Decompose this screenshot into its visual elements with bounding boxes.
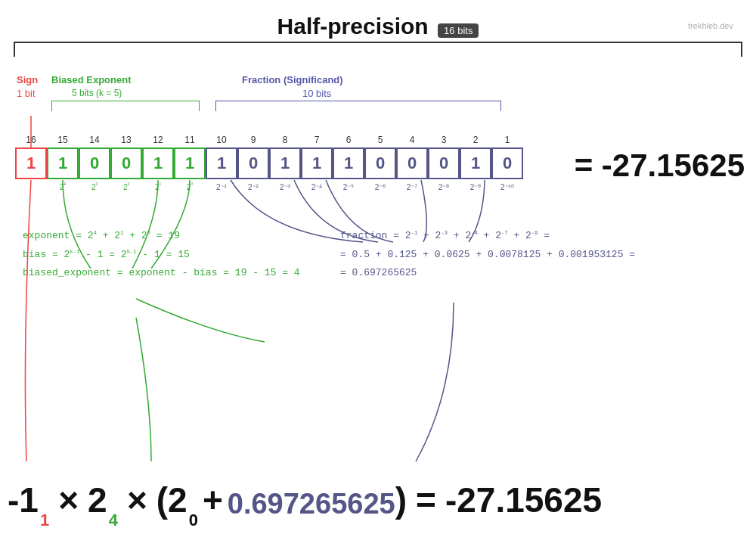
exponent-calc: exponent = 24 + 21 + 20 = 19: [23, 227, 300, 246]
calc-area: exponent = 24 + 21 + 20 = 19 bias = 2k-1…: [23, 227, 300, 283]
bit-cell-7: 1: [301, 147, 333, 179]
bit-position-15: 15: [47, 135, 79, 145]
frac-power-2: 2⁻³: [269, 183, 301, 191]
bit-position-3: 3: [428, 135, 460, 145]
frac-power-9: 2⁻¹⁰: [491, 183, 523, 191]
frac-power-0: 2⁻¹: [206, 183, 237, 191]
exp-power-3: 2¹: [142, 183, 174, 191]
bit-cell-15: 1: [47, 147, 79, 179]
frac-bits-label: 10 bits: [302, 88, 331, 99]
bit-position-14: 14: [79, 135, 110, 145]
result-display: = -27.15625: [575, 147, 745, 184]
exp-bits-label: 5 bits (k = 5): [72, 88, 122, 98]
frac-power-7: 2⁻⁸: [428, 183, 460, 191]
title-area: Half-precision 16 bits trekhleb.dev: [0, 0, 756, 39]
formula-row: -1 1 × 2 4 × (2 0 + 0.697265625 ) = -27.…: [8, 480, 748, 520]
bit-cell-16: 1: [15, 147, 47, 179]
frac-power-5: 2⁻⁶: [364, 183, 396, 191]
frac-calc-area: fraction = 2-1 + 2-3 + 2-4 + 2-7 + 2-9 =…: [340, 227, 635, 283]
formula-result: -27.15625: [445, 480, 602, 520]
bit-cell-3: 0: [428, 147, 460, 179]
sign-bits-label: 1 bit: [17, 88, 36, 99]
sign-label: Sign: [17, 74, 38, 85]
bit-cell-1: 0: [491, 147, 523, 179]
bit-position-12: 12: [142, 135, 174, 145]
bias-calc: bias = 2k-1 - 1 = 25-1 - 1 = 15: [23, 246, 300, 265]
formula-plus: +: [203, 480, 223, 520]
formula-times1: ×: [58, 480, 79, 520]
bit-position-1: 1: [491, 135, 523, 145]
bit-cell-8: 1: [269, 147, 301, 179]
power-row: 2⁴2³2²2¹2⁰2⁻¹2⁻²2⁻³2⁻⁴2⁻⁵2⁻⁶2⁻⁷2⁻⁸2⁻⁹2⁻¹…: [15, 183, 523, 191]
bit-cell-12: 1: [142, 147, 174, 179]
formula-neg: -1: [8, 480, 39, 520]
biased-calc: biased_exponent = exponent - bias = 19 -…: [23, 264, 300, 283]
bit-cell-14: 0: [79, 147, 110, 179]
exp-power-2: 2²: [110, 183, 142, 191]
top-bracket-right: [370, 42, 742, 57]
bit-cell-10: 1: [206, 147, 237, 179]
bit-position-11: 11: [174, 135, 206, 145]
frac-power-8: 2⁻⁹: [460, 183, 491, 191]
bit-cell-6: 1: [333, 147, 364, 179]
formula-paren-close: ): [395, 480, 407, 520]
frac-power-6: 2⁻⁷: [396, 183, 428, 191]
exp-power-0: 2⁴: [47, 183, 79, 191]
bit-cell-9: 0: [237, 147, 269, 179]
bit-position-4: 4: [396, 135, 428, 145]
page-title: Half-precision: [277, 14, 429, 39]
formula-base2: 2: [88, 480, 107, 520]
exp-power-1: 2³: [79, 183, 110, 191]
formula-paren-open: (2: [156, 480, 187, 520]
frac-line3: = 0.697265625: [340, 264, 635, 283]
bit-cell-2: 1: [460, 147, 491, 179]
bit-cell-11: 1: [174, 147, 206, 179]
frac-line1: fraction = 2-1 + 2-3 + 2-4 + 2-7 + 2-9 =: [340, 227, 635, 246]
bit-cell-5: 0: [364, 147, 396, 179]
bit-position-10: 10: [206, 135, 237, 145]
frac-power-3: 2⁻⁴: [301, 183, 333, 191]
formula-equals: =: [416, 480, 436, 520]
frac-label: Fraction (Significand): [242, 74, 343, 85]
exp-label: Biased Exponent: [51, 74, 131, 85]
frac-line2: = 0.5 + 0.125 + 0.0625 + 0.0078125 + 0.0…: [340, 246, 635, 265]
bit-position-6: 6: [333, 135, 364, 145]
bit-position-5: 5: [364, 135, 396, 145]
exp-power-4: 2⁰: [174, 183, 206, 191]
bit-position-7: 7: [301, 135, 333, 145]
bit-position-8: 8: [269, 135, 301, 145]
formula-frac-val: 0.697265625: [228, 488, 395, 520]
bit-position-13: 13: [110, 135, 142, 145]
exp-bracket: [51, 101, 200, 111]
bits-row: 1100111011100010: [15, 147, 523, 179]
formula-times2: ×: [127, 480, 147, 520]
frac-power-4: 2⁻⁵: [333, 183, 364, 191]
bit-cell-4: 0: [396, 147, 428, 179]
bit-positions-row: 16151413121110987654321: [15, 135, 523, 145]
frac-bracket: [215, 101, 501, 111]
bit-cell-13: 0: [110, 147, 142, 179]
frac-power-1: 2⁻²: [237, 183, 269, 191]
bits-badge: 16 bits: [438, 23, 479, 38]
bit-position-2: 2: [460, 135, 491, 145]
site-label: trekhleb.dev: [688, 21, 733, 30]
power-sign-empty: [15, 183, 47, 191]
bit-position-16: 16: [15, 135, 47, 145]
bit-position-9: 9: [237, 135, 269, 145]
